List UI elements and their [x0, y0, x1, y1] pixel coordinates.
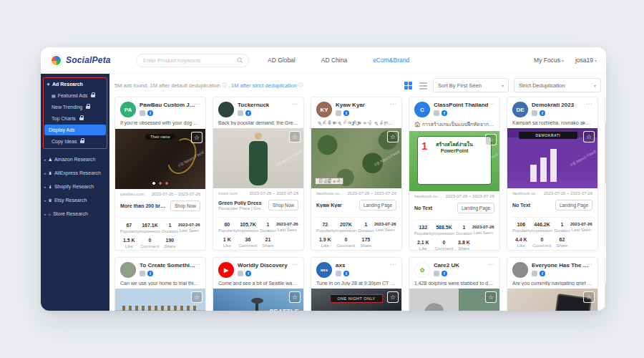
advertiser-name[interactable]: ClassPoint Thailand — [434, 102, 488, 108]
ad-text: Are you currently navigating grief and l… — [512, 281, 592, 286]
advertiser-name[interactable]: Care2 UK — [434, 262, 459, 268]
more-options-icon[interactable]: ⋯ — [586, 261, 592, 268]
advertiser-avatar[interactable]: ✿ — [414, 262, 430, 278]
more-options-icon[interactable]: ⋯ — [488, 100, 494, 107]
advertiser-name[interactable]: axs — [336, 262, 349, 268]
logo[interactable]: SocialPeta — [50, 54, 136, 67]
advertiser-avatar[interactable]: KY — [316, 102, 332, 117]
favorite-star-icon[interactable]: ☆ — [485, 134, 497, 145]
favorite-star-icon[interactable]: ☆ — [583, 291, 595, 303]
sidebar-item-featured-ads[interactable]: ▤Featured Ads — [44, 90, 106, 101]
cta-button[interactable]: Landing Page — [359, 200, 396, 211]
stats-row-2: 1.5 KLike0Comment190Share — [120, 238, 200, 248]
cta-button[interactable]: Shop Now — [268, 200, 298, 211]
expand-caret-icon: ▸ — [44, 185, 47, 189]
more-options-icon[interactable]: ⋯ — [586, 100, 592, 107]
favorite-star-icon[interactable]: ☆ — [485, 291, 497, 303]
advertiser-domain[interactable]: facebook.com/11... — [414, 194, 443, 198]
sidebar-item-top-charts[interactable]: Top Charts — [44, 113, 106, 124]
advertiser-name[interactable]: Kyaw Kyar — [336, 102, 365, 108]
grid-view-icon[interactable] — [403, 80, 413, 90]
advertiser-domain[interactable]: facebook.com/10... — [512, 191, 541, 195]
cta-button[interactable]: Landing Page — [457, 203, 494, 213]
advertiser-name[interactable]: PawBau Custom Jewelry — [140, 102, 198, 108]
sidebar-item-new-trending[interactable]: New Trending — [44, 102, 106, 112]
favorite-star-icon[interactable]: ☆ — [289, 131, 301, 142]
sidebar-item-label: Store Research — [53, 211, 88, 216]
ad-creative-image[interactable]: ☆ — [507, 289, 597, 311]
facebook-icon: f — [540, 110, 545, 116]
ad-creative-image[interactable]: ☆ — [409, 289, 499, 311]
nav-item-ad-global[interactable]: AD Global — [268, 57, 296, 64]
list-view-icon[interactable] — [418, 80, 428, 90]
my-focus-menu[interactable]: My Focus▾ — [534, 57, 564, 64]
sidebar-item-copy-ideas[interactable]: Copy Ideas — [44, 136, 106, 147]
sidebar-item-etsy-research[interactable]: ▸♛Etsy Research — [43, 193, 107, 207]
ad-creative-image[interactable]: ☆ FB News Feed DEMOKRATI — [507, 128, 597, 188]
sidebar-item-amazon-research[interactable]: ▸♟Amazon Research — [43, 153, 107, 166]
info-icon[interactable]: ⓘ — [298, 82, 303, 89]
sidebar-item-ad-research[interactable]: ✦ Ad Research — [44, 79, 106, 90]
sidebar-item-store-research[interactable]: ▸⌂Store Research — [43, 207, 107, 221]
sidebar-item-shopify-research[interactable]: ▸♝Shopify Research — [43, 180, 107, 193]
more-options-icon[interactable]: ⋯ — [390, 261, 396, 268]
favorite-star-icon[interactable]: ☆ — [387, 131, 399, 142]
cta-button[interactable]: Shop Now — [170, 200, 200, 211]
favorite-star-icon[interactable]: ☆ — [191, 132, 203, 143]
more-options-icon[interactable]: ⋯ — [292, 100, 298, 107]
favorite-star-icon[interactable]: ☆ — [191, 291, 203, 303]
more-options-icon[interactable]: ⋯ — [292, 261, 298, 268]
lock-icon — [79, 117, 84, 120]
advertiser-avatar[interactable]: DE — [512, 102, 528, 117]
advertiser-name[interactable]: Everyone Has The Freedom To... — [532, 262, 590, 268]
advertiser-domain[interactable]: pawbau.com — [120, 192, 145, 196]
more-options-icon[interactable]: ⋯ — [488, 261, 494, 268]
product-search-box[interactable] — [136, 54, 249, 67]
more-options-icon[interactable]: ⋯ — [390, 100, 396, 107]
user-menu[interactable]: josa19▾ — [575, 57, 597, 64]
strict-dedup-link[interactable]: 1M after strict deduplication — [231, 82, 297, 89]
ad-creative-image[interactable]: ☆ — [115, 289, 205, 311]
more-options-icon[interactable]: ⋯ — [194, 261, 200, 268]
sidebar-item-label: Etsy Research — [54, 198, 87, 203]
ad-creative-image[interactable]: ☆ FB News Feed ပြည်မြို့နယ် — [311, 128, 401, 188]
favorite-star-icon[interactable]: ☆ — [387, 291, 399, 303]
ad-type-icon — [434, 110, 439, 116]
sidebar-item-display-ads[interactable]: Display Ads — [44, 125, 106, 135]
sidebar-item-label: Featured Ads — [58, 93, 88, 98]
ad-creative-image[interactable]: ☆ SEATTLE WASHINGTON — [213, 289, 303, 311]
ad-creative-image[interactable] — [605, 123, 606, 183]
advertiser-name[interactable]: To Create Something Exceptio... — [140, 262, 198, 268]
ad-creative-image[interactable]: ☆ ONE NIGHT ONLY — [311, 289, 401, 311]
ad-creative-image[interactable]: ☆ FB News Feed สร้างสไลด์ง่ายใน PowerPoi… — [409, 131, 499, 191]
nav-item-ecom-brand[interactable]: eCom&Brand — [373, 57, 409, 64]
advertiser-domain[interactable]: facebook.com/10... — [316, 191, 345, 195]
ad-creative-image[interactable]: ☆ FB News Feed — [213, 128, 303, 188]
advertiser-avatar[interactable] — [120, 262, 136, 278]
advertiser-name[interactable]: Worldly Discovery — [238, 262, 288, 268]
ad-creative-image[interactable]: ☆ FB News Feed Their name — [115, 129, 205, 189]
nav-item-ad-china[interactable]: AD China — [321, 57, 347, 64]
advertiser-avatar[interactable] — [218, 102, 234, 117]
advertiser-avatar[interactable]: ▶ — [218, 262, 234, 278]
dedup-dropdown[interactable]: Strict Deduplication▾ — [514, 78, 601, 92]
more-options-icon[interactable]: ⋯ — [194, 100, 200, 107]
ad-creative-image[interactable] — [605, 284, 606, 311]
sidebar-item-label: Top Charts — [52, 116, 76, 121]
advertiser-name[interactable]: Demokrati 2023 — [532, 102, 574, 108]
sort-dropdown[interactable]: Sort By First Seen▾ — [433, 78, 509, 92]
search-input[interactable] — [142, 57, 234, 64]
advertiser-name[interactable]: Tuckernuck — [238, 102, 269, 108]
sidebar-item-aliexpress-research[interactable]: ▸♜AliExpress Research — [43, 166, 107, 180]
advertiser-domain[interactable]: tnuck.com — [218, 191, 238, 195]
ads-grid-row-2: To Create Something Exceptio... f ⋯ Can … — [114, 257, 606, 311]
advertiser-avatar[interactable]: axs — [316, 262, 332, 278]
advertiser-avatar[interactable]: PA — [120, 102, 136, 117]
advertiser-avatar[interactable]: C — [414, 102, 430, 117]
favorite-star-icon[interactable]: ☆ — [583, 131, 595, 142]
favorite-star-icon[interactable]: ☆ — [289, 291, 301, 303]
info-icon[interactable]: ⓘ — [222, 82, 227, 89]
advertiser-avatar[interactable] — [512, 262, 528, 278]
stat-last-seen: 2023-07-26Last Seen — [570, 222, 592, 233]
cta-button[interactable]: Landing Page — [555, 200, 592, 211]
